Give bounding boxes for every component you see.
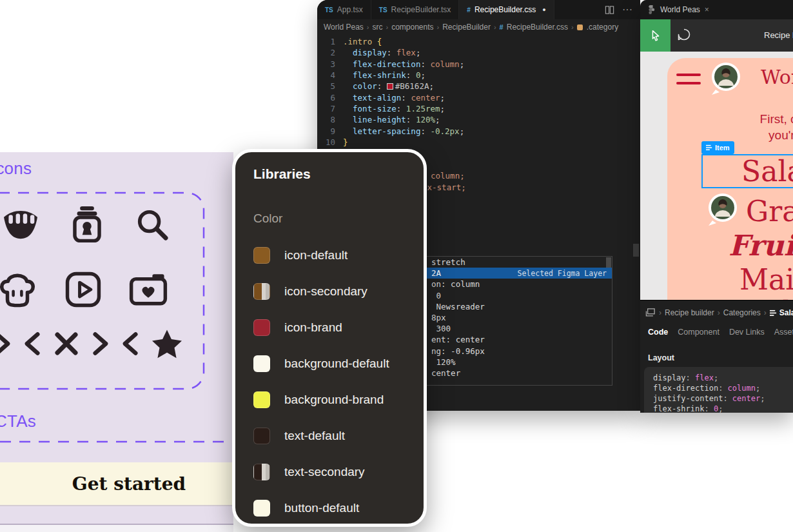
color-swatch (253, 391, 270, 408)
color-token-label: button-default (284, 501, 359, 515)
tab-assets[interactable]: Assets (774, 328, 793, 337)
line-number: 2 (317, 48, 335, 57)
suggestion-row[interactable]: on: column (426, 279, 612, 290)
suggestion-row[interactable]: ng: -0.96px (426, 346, 612, 357)
color-token-row[interactable]: text-secondary (253, 454, 411, 490)
suggestion-text: 0 (431, 291, 441, 300)
inline-color-swatch[interactable] (387, 83, 393, 90)
breadcrumb-item[interactable]: World Peas (324, 23, 364, 32)
icon-row (1, 205, 206, 244)
icon-row (0, 329, 206, 359)
suggestion-text: 120% (431, 357, 456, 367)
breadcrumb-separator: › (366, 23, 371, 31)
editor-actions: ··· (605, 0, 640, 19)
code-editor[interactable]: 1.intro {2 display: flex;3 flex-directio… (317, 36, 640, 148)
suggestion-text: 300 (431, 324, 451, 333)
color-token-row[interactable]: icon-secondary (253, 273, 411, 310)
color-swatch (253, 247, 270, 264)
suggestion-row[interactable]: center (426, 368, 612, 379)
screenshot-stage: Icons CTAs Get started TS App.tsx TS Rec… (0, 0, 793, 532)
recipe-card-frame[interactable]: World Peas First, choose you're in t Ite… (667, 58, 793, 300)
split-editor-icon[interactable] (605, 5, 614, 15)
color-token-label: background-default (284, 357, 389, 371)
breadcrumb-item[interactable]: RecipeBuilder.css (507, 23, 568, 32)
code-text: font-size: 1.25rem; (343, 104, 445, 113)
tab-recipebuilder-tsx[interactable]: TS RecipeBuilder.tsx (371, 0, 460, 19)
layout-section-heading: Layout (648, 353, 674, 362)
color-token-row[interactable]: icon-brand (253, 310, 411, 346)
figma-toolbar: Recipe builder (640, 19, 793, 52)
hamburger-menu-icon[interactable] (676, 74, 701, 90)
comment-tool-button[interactable] (676, 27, 692, 45)
category-item[interactable]: Sid (745, 295, 791, 300)
css-code-line: display: flex; (653, 373, 793, 384)
star-icon (151, 329, 183, 359)
close-tab-icon[interactable]: × (705, 5, 709, 14)
suggestion-row-selected[interactable]: 2ASelected Figma Layer (426, 268, 612, 279)
color-token-label: icon-brand (284, 320, 342, 335)
typescript-file-icon: TS (379, 6, 387, 14)
color-token-row[interactable]: background-brand (253, 382, 411, 418)
tab-component[interactable]: Component (678, 328, 720, 337)
modified-dot-icon: ● (542, 6, 545, 13)
figma-file-title[interactable]: Recipe builder (764, 30, 793, 40)
breadcrumb-item[interactable]: RecipeBuilder (442, 23, 491, 32)
code-text: line-height: 120%; (343, 115, 440, 124)
card-intro-text: First, choose you're in t (724, 111, 793, 143)
color-token-label: text-secondary (284, 465, 365, 479)
breadcrumb-item[interactable]: components (391, 23, 433, 32)
intellisense-popup[interactable]: stretch2ASelected Figma Layeron: column … (426, 256, 612, 386)
breadcrumb-item[interactable]: src (372, 23, 382, 32)
suggestion-row[interactable]: ent: center (426, 334, 612, 345)
breadcrumb-current-layer[interactable]: Salads (770, 308, 793, 317)
code-text: text-align: center; (343, 93, 445, 103)
category-item[interactable]: Grab (746, 195, 793, 228)
css-code-line: flex-direction: column; (653, 384, 793, 394)
category-item[interactable]: Salads (741, 155, 793, 188)
suggestion-text: ng: -0.96px (431, 346, 485, 356)
color-swatch (253, 319, 270, 336)
category-item[interactable]: Main (739, 263, 793, 296)
breadcrumb-item[interactable]: Categories (723, 308, 761, 317)
code-text: color: #B6162A; (343, 81, 434, 91)
chevron-left-icon (120, 330, 142, 358)
color-swatch (253, 283, 270, 300)
suggestion-row[interactable]: Newsreader (426, 301, 612, 312)
figma-canvas[interactable]: World Peas First, choose you're in t Ite… (640, 52, 793, 300)
color-token-row[interactable]: text-default (253, 418, 411, 454)
tab-app-tsx[interactable]: TS App.tsx (317, 0, 371, 19)
code-line: 7 font-size: 1.25rem; (317, 103, 640, 114)
breadcrumb-separator: › (570, 23, 575, 31)
line-number: 3 (317, 59, 335, 69)
code-fragment: ex-start; (422, 182, 466, 192)
suggestion-row[interactable]: stretch (426, 257, 612, 268)
tab-recipebuilder-css[interactable]: # RecipeBuilder.css ● (459, 0, 554, 19)
dev-mode-panel: › Recipe builder › Categories › Salads C… (640, 300, 793, 413)
color-token-row[interactable]: button-default (253, 490, 411, 526)
suggestion-text: 8px (431, 313, 446, 322)
code-line: 5 color: #B6162A; (317, 81, 640, 92)
editor-scrollbar[interactable] (633, 244, 639, 257)
suggestion-row[interactable]: 0 (426, 290, 612, 301)
more-actions-icon[interactable]: ··· (622, 4, 632, 15)
figma-file-tab[interactable]: World Peas (660, 5, 700, 14)
suggestion-row[interactable]: 120% (426, 357, 612, 368)
breadcrumb-item[interactable]: Recipe builder (665, 308, 714, 317)
breadcrumb-item[interactable]: .category (587, 23, 618, 32)
css-code-block[interactable]: display: flex;flex-direction: column;jus… (644, 367, 793, 413)
tab-dev-links[interactable]: Dev Links (729, 328, 765, 337)
jar-icon (68, 205, 106, 244)
code-line: 10} (317, 137, 640, 148)
tab-code[interactable]: Code (648, 328, 668, 337)
suggestion-text: center (431, 368, 460, 378)
color-token-row[interactable]: icon-default (253, 237, 411, 273)
color-token-row[interactable]: background-default (253, 346, 411, 382)
suggestion-row[interactable]: 300 (426, 323, 612, 334)
code-text: } (343, 137, 348, 147)
move-tool-button[interactable] (640, 19, 671, 52)
suggestion-detail: Selected Figma Layer (518, 269, 607, 278)
category-item[interactable]: Fruit-f (729, 229, 793, 262)
popup-scrollbar[interactable] (606, 257, 611, 268)
suggestion-row[interactable]: 8px (426, 312, 612, 323)
breadcrumb: World Peas› src› components› RecipeBuild… (317, 19, 640, 35)
